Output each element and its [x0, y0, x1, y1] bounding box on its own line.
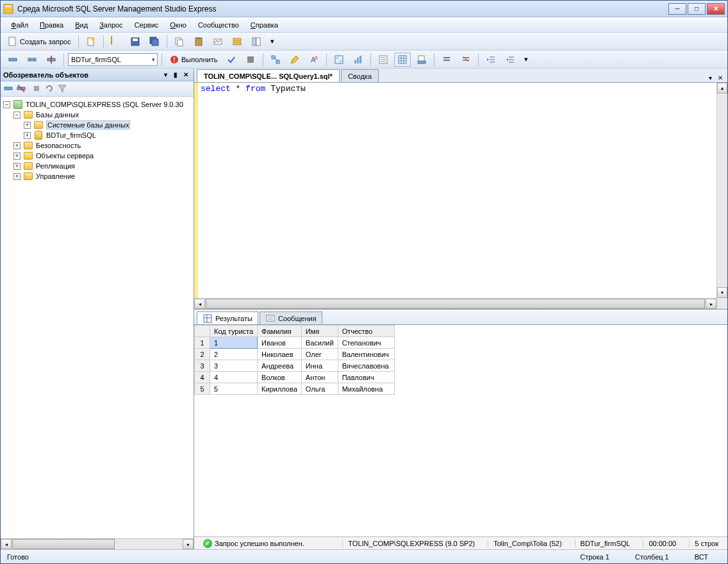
cell[interactable]: Степанович — [338, 337, 394, 349]
cell[interactable]: Василий — [301, 337, 338, 349]
scroll-left-button[interactable]: ◂ — [1, 539, 12, 549]
panel-pin-button[interactable]: ▮ — [170, 70, 181, 79]
cell[interactable]: Иванов — [258, 337, 302, 349]
oe-connect-button[interactable] — [3, 83, 13, 95]
new-query-button[interactable]: Создать запрос — [4, 35, 74, 49]
oe-horizontal-scrollbar[interactable]: ◂ ▸ — [1, 538, 194, 549]
scroll-left-button[interactable]: ◂ — [194, 299, 205, 309]
tab-close-button[interactable]: ✕ — [716, 73, 725, 82]
tab-summary[interactable]: Сводка — [341, 69, 379, 82]
cell[interactable]: Инна — [301, 360, 338, 372]
table-row[interactable]: 55КирилловаОльгаМихайловна — [195, 383, 395, 395]
tab-sql-query[interactable]: TOLIN_COMP\SQLE... SQLQuery1.sql* — [197, 69, 340, 82]
design-query-button[interactable] — [286, 53, 303, 67]
tab-dropdown-button[interactable]: ▾ — [706, 73, 715, 82]
menu-help[interactable]: Справка — [245, 20, 283, 30]
cell[interactable]: Кириллова — [258, 383, 302, 395]
save-all-button[interactable] — [146, 35, 163, 49]
disconnect-button[interactable] — [24, 53, 40, 67]
include-stats-button[interactable] — [350, 53, 367, 67]
cell[interactable]: 5 — [210, 383, 258, 395]
menu-edit[interactable]: Правка — [35, 20, 69, 30]
connect-button[interactable] — [4, 53, 21, 67]
menu-query[interactable]: Запрос — [94, 20, 128, 30]
oe-filter-button[interactable] — [57, 83, 67, 95]
outdent-button[interactable] — [502, 53, 518, 67]
cell[interactable]: Николаев — [258, 349, 302, 360]
paste-button[interactable] — [190, 35, 207, 49]
table-row[interactable]: 44ВолковАнтонПавлович — [195, 372, 395, 383]
cell[interactable]: Ольга — [301, 383, 338, 395]
menu-community[interactable]: Сообщество — [193, 20, 244, 30]
oe-disconnect-button[interactable] — [16, 83, 26, 95]
execute-button[interactable]: ! Выполнить — [166, 53, 220, 67]
toolbar-dropdown-button[interactable]: ▾ — [267, 35, 277, 49]
tree-databases-node[interactable]: − Базы данных — [1, 110, 194, 120]
menu-window[interactable]: Окно — [165, 20, 192, 30]
editor-horizontal-scrollbar[interactable]: ◂ ▸ — [194, 298, 716, 309]
sql-editor[interactable]: select * from Туристы — [198, 83, 716, 309]
scroll-thumb[interactable] — [12, 539, 115, 549]
copy-button[interactable] — [171, 35, 188, 49]
table-row[interactable]: 11ИвановВасилийСтепанович — [195, 337, 395, 349]
tab-messages[interactable]: Сообщения — [260, 311, 322, 324]
cell[interactable]: Вячеславовна — [338, 360, 394, 372]
scroll-up-button[interactable]: ▴ — [717, 83, 727, 94]
cell[interactable]: 4 — [210, 372, 258, 383]
panel-dropdown-button[interactable]: ▾ — [160, 70, 170, 79]
uncomment-button[interactable] — [458, 53, 474, 67]
scroll-right-button[interactable]: ▸ — [706, 299, 716, 309]
row-number[interactable]: 4 — [195, 372, 210, 383]
minimize-button[interactable]: ─ — [668, 3, 686, 15]
tab-results[interactable]: Результаты — [197, 311, 258, 324]
tree-server-objects-node[interactable]: + Объекты сервера — [1, 151, 194, 161]
activity-monitor-button[interactable] — [210, 35, 226, 49]
cell[interactable]: 3 — [210, 360, 258, 372]
change-connection-button[interactable] — [43, 53, 60, 67]
maximize-button[interactable]: □ — [688, 3, 706, 15]
column-header[interactable]: Фамилия — [258, 326, 302, 337]
menu-view[interactable]: Вид — [70, 20, 93, 30]
tree-management-node[interactable]: + Управление — [1, 171, 194, 181]
cell[interactable]: Михайловна — [338, 383, 394, 395]
results-grid[interactable]: Код туриста Фамилия Имя Отчество 11Ивано… — [194, 325, 395, 395]
row-header-blank[interactable] — [195, 326, 210, 337]
cell[interactable]: Волков — [258, 372, 302, 383]
menu-service[interactable]: Сервис — [129, 20, 164, 30]
table-row[interactable]: 33АндрееваИннаВячеславовна — [195, 360, 395, 372]
comment-button[interactable] — [438, 53, 455, 67]
sql-toolbar-dropdown[interactable]: ▾ — [521, 53, 531, 67]
editor-vertical-scrollbar[interactable]: ▴ ▾ — [716, 83, 727, 309]
cell[interactable]: 2 — [210, 349, 258, 360]
tree-server-node[interactable]: − TOLIN_COMP\SQLEXPRESS (SQL Server 9.0.… — [1, 99, 194, 110]
row-number[interactable]: 3 — [195, 360, 210, 372]
cell[interactable]: Антон — [301, 372, 338, 383]
results-text-button[interactable] — [375, 53, 392, 67]
scroll-right-button[interactable]: ▸ — [183, 539, 194, 549]
cell[interactable]: Андреева — [258, 360, 302, 372]
panel-close-button[interactable]: ✕ — [181, 70, 191, 79]
column-header[interactable]: Имя — [301, 326, 338, 337]
close-button[interactable]: ✕ — [707, 3, 725, 15]
cell[interactable]: Павлович — [338, 372, 394, 383]
tree-replication-node[interactable]: + Репликация — [1, 161, 194, 171]
database-combo[interactable]: BDTur_firmSQL — [68, 53, 158, 66]
oe-stop-button[interactable] — [31, 83, 42, 95]
specify-template-button[interactable]: AB — [306, 53, 322, 67]
save-button[interactable] — [127, 35, 144, 49]
row-number[interactable]: 5 — [195, 383, 210, 395]
column-header[interactable]: Отчество — [338, 326, 394, 337]
cell[interactable]: Олег — [301, 349, 338, 360]
scroll-thumb[interactable] — [206, 299, 705, 309]
new-file-button[interactable] — [83, 35, 99, 49]
results-grid-button[interactable] — [394, 53, 411, 67]
open-button[interactable] — [108, 35, 124, 49]
object-explorer-button[interactable] — [248, 35, 265, 49]
object-explorer-tree[interactable]: − TOLIN_COMP\SQLEXPRESS (SQL Server 9.0.… — [1, 97, 194, 538]
parse-button[interactable] — [223, 53, 240, 67]
table-row[interactable]: 22НиколаевОлегВалентинович — [195, 349, 395, 360]
row-number[interactable]: 1 — [195, 337, 210, 349]
tree-user-db-node[interactable]: + BDTur_firmSQL — [1, 130, 194, 140]
indent-button[interactable] — [483, 53, 499, 67]
include-plan-button[interactable] — [331, 53, 347, 67]
